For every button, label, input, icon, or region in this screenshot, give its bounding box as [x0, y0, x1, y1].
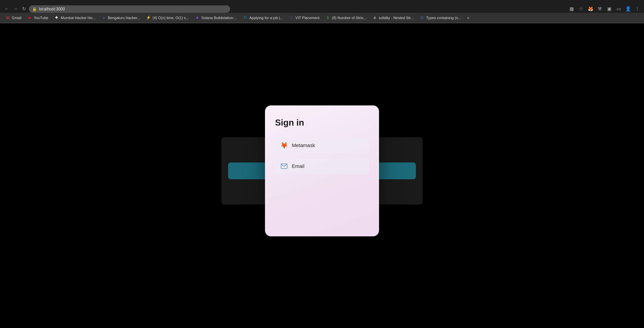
bookmark-applying[interactable]: ↻ Applying for a job |...: [240, 14, 286, 21]
back-button[interactable]: ←: [3, 5, 11, 13]
extensions-icon[interactable]: ⚒: [596, 5, 604, 13]
applying-favicon: ↻: [243, 15, 248, 20]
cast-icon[interactable]: ▦: [568, 5, 576, 13]
solidity-favicon: ◈: [372, 15, 377, 20]
email-icon: [280, 162, 288, 170]
gmail-favicon: M: [5, 15, 10, 20]
bookmark-icon[interactable]: ☆: [577, 5, 585, 13]
bookmark-types[interactable]: G Types containing (n...: [417, 14, 464, 21]
bookmark-mumbai-label: Mumbai Hacker Ho...: [61, 16, 95, 20]
lock-icon: 🔒: [32, 7, 37, 11]
bookmark-ontime-label: (4) O(n) time, O(1) s...: [153, 16, 189, 20]
bookmark-number-strings-label: (8) Number of Strin...: [332, 16, 367, 20]
bookmark-bengaluru[interactable]: ≡ Bengaluru Hacker...: [99, 14, 143, 21]
signin-metamask-button[interactable]: 🦊 Metamask: [275, 137, 369, 153]
solana-favicon: ◈: [195, 15, 200, 20]
signin-title: Sign in: [275, 118, 369, 128]
signin-email-button[interactable]: Email: [275, 158, 369, 174]
bookmark-more[interactable]: »: [465, 14, 472, 21]
page-content: Sign in 🦊 Metamask Email: [0, 24, 644, 318]
ontime-favicon: ⚡: [146, 15, 151, 20]
bookmark-solidity-label: solidity - Nested Str...: [379, 16, 414, 20]
bookmark-types-label: Types containing (n...: [426, 16, 461, 20]
forward-button[interactable]: →: [11, 5, 19, 13]
extension-fox-icon[interactable]: 🦊: [586, 5, 594, 13]
profile-avatar[interactable]: 👤: [624, 5, 632, 13]
puzzle-icon[interactable]: ▣: [605, 5, 613, 13]
signin-modal: Sign in 🦊 Metamask Email: [265, 105, 379, 236]
nav-actions: ▦ ☆ 🦊 ⚒ ▣ ▭ 👤 ⋮: [568, 5, 641, 13]
number-strings-favicon: $: [326, 15, 330, 20]
more-bookmarks-icon: »: [467, 16, 469, 20]
bookmark-vit[interactable]: V VIT Placement: [286, 14, 322, 21]
more-options-icon[interactable]: ⋮: [633, 5, 641, 13]
bookmark-youtube[interactable]: ▶ YouTube: [25, 14, 51, 21]
bookmark-vit-label: VIT Placement: [296, 16, 320, 20]
bookmarks-bar: M Gmail ▶ YouTube ✚ Mumbai Hacker Ho... …: [0, 13, 644, 23]
bookmark-solidity[interactable]: ◈ solidity - Nested Str...: [370, 14, 416, 21]
url-text: localhost:3000: [39, 7, 65, 11]
vit-favicon: V: [289, 15, 294, 20]
bookmark-solana-label: Solana Buildstation:...: [201, 16, 237, 20]
browser-chrome: ← → ↻ 🔒 localhost:3000 ▦ ☆ 🦊 ⚒ ▣ ▭ 👤 ⋮ M…: [0, 0, 644, 24]
bengaluru-favicon: ≡: [101, 15, 106, 20]
metamask-icon: 🦊: [280, 142, 288, 149]
types-favicon: G: [420, 15, 424, 20]
address-bar[interactable]: 🔒 localhost:3000: [29, 5, 230, 13]
bookmark-number-strings[interactable]: $ (8) Number of Strin...: [323, 14, 369, 21]
metamask-label: Metamask: [292, 142, 315, 148]
bookmark-gmail-label: Gmail: [12, 16, 21, 20]
email-label: Email: [292, 163, 305, 169]
tab-search-icon[interactable]: ▭: [614, 5, 623, 13]
tab-bar: ← → ↻ 🔒 localhost:3000 ▦ ☆ 🦊 ⚒ ▣ ▭ 👤 ⋮: [0, 0, 644, 13]
bookmark-applying-label: Applying for a job |...: [250, 16, 283, 20]
reload-button[interactable]: ↻: [20, 5, 28, 13]
bookmark-youtube-label: YouTube: [34, 16, 48, 20]
bookmark-gmail[interactable]: M Gmail: [3, 14, 24, 21]
mumbai-favicon: ✚: [54, 15, 59, 20]
bookmark-ontime[interactable]: ⚡ (4) O(n) time, O(1) s...: [144, 14, 192, 21]
youtube-favicon: ▶: [28, 15, 32, 20]
bookmark-solana[interactable]: ◈ Solana Buildstation:...: [192, 14, 239, 21]
bookmark-bengaluru-label: Bengaluru Hacker...: [108, 16, 140, 20]
bookmark-mumbai[interactable]: ✚ Mumbai Hacker Ho...: [52, 14, 98, 21]
